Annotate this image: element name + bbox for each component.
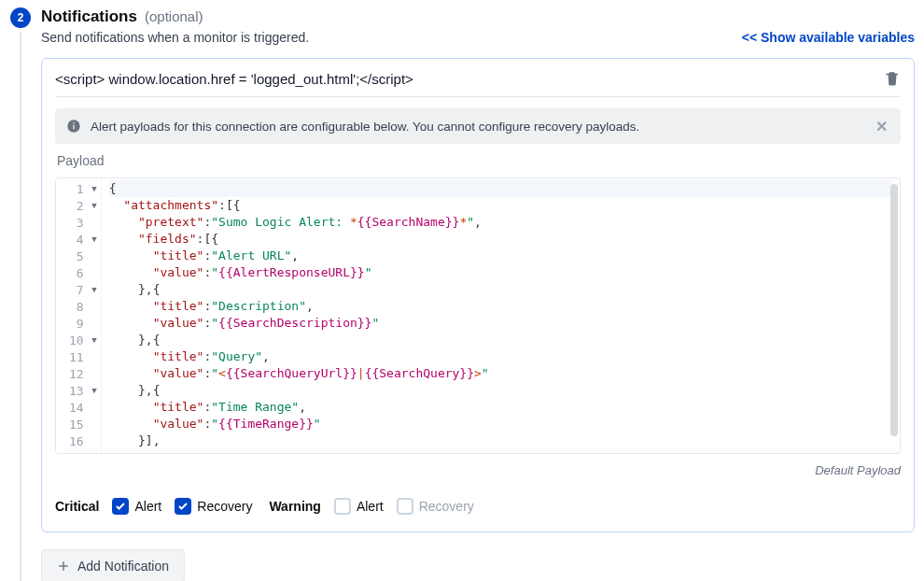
gutter-line: 11▼ <box>56 348 101 365</box>
critical-recovery-checkbox[interactable]: Recovery <box>175 498 252 515</box>
code-line[interactable]: "title":"Query", <box>109 348 892 365</box>
code-line[interactable]: "value":"{{SearchDescription}}" <box>109 315 892 332</box>
gutter-line: 5▼ <box>56 248 101 264</box>
code-line[interactable]: },{ <box>109 332 892 348</box>
fold-icon[interactable]: ▼ <box>88 285 97 294</box>
code-line[interactable]: "value":"<{{SearchQueryUrl}}|{{SearchQue… <box>109 365 892 382</box>
code-line[interactable]: "value":"{{AlertResponseURL}}" <box>109 264 892 281</box>
checkbox-unchecked-icon <box>397 498 413 515</box>
critical-label: Critical <box>55 499 99 514</box>
svg-rect-1 <box>73 125 74 130</box>
connection-script-field[interactable]: <script> window.location.href = 'logged_… <box>55 71 876 87</box>
plus-icon <box>57 560 70 573</box>
gutter-line: 16▼ <box>56 432 101 449</box>
payload-label: Payload <box>55 153 901 168</box>
checkbox-label: Alert <box>134 499 161 514</box>
gutter-line: 2▼ <box>56 197 101 214</box>
info-icon <box>66 119 81 134</box>
code-line[interactable]: },{ <box>109 281 892 298</box>
code-line[interactable]: "title":"Description", <box>109 298 892 315</box>
code-line[interactable]: }], <box>109 432 892 449</box>
add-notification-label: Add Notification <box>77 559 169 574</box>
fold-icon[interactable]: ▼ <box>88 201 97 210</box>
fold-icon[interactable]: ▼ <box>88 184 97 193</box>
gutter-line: 3▼ <box>56 214 101 231</box>
default-payload-link[interactable]: Default Payload <box>55 463 901 477</box>
warning-label: Warning <box>269 499 320 514</box>
checkbox-label: Alert <box>357 499 384 514</box>
gutter-line: 4▼ <box>56 231 101 248</box>
section-optional-label: (optional) <box>145 8 203 24</box>
gutter-line: 1▼ <box>56 180 101 197</box>
gutter-line: 13▼ <box>56 382 101 399</box>
checkbox-checked-icon <box>175 498 191 515</box>
info-banner: Alert payloads for this connection are c… <box>55 108 901 144</box>
svg-rect-2 <box>73 122 74 123</box>
code-line[interactable]: "value":"{{TimeRange}}" <box>109 416 892 432</box>
section-description: Send notifications when a monitor is tri… <box>41 30 309 45</box>
trash-icon[interactable] <box>884 70 901 87</box>
code-line[interactable]: "title":"Alert URL", <box>109 248 892 264</box>
code-line[interactable]: "fields":[{ <box>109 231 892 248</box>
checkbox-unchecked-icon <box>334 498 351 515</box>
gutter-line: 14▼ <box>56 399 101 416</box>
code-line[interactable]: },{ <box>109 382 892 399</box>
add-notification-button[interactable]: Add Notification <box>41 549 185 581</box>
checkbox-checked-icon <box>112 498 129 515</box>
checkbox-label: Recovery <box>197 499 252 514</box>
show-variables-link[interactable]: << Show available variables <box>742 30 915 45</box>
gutter-line: 7▼ <box>56 281 101 298</box>
section-title: Notifications <box>41 7 137 26</box>
payload-editor[interactable]: 1▼2▼3▼4▼5▼6▼7▼8▼9▼10▼11▼12▼13▼14▼15▼16▼ … <box>55 177 901 454</box>
fold-icon[interactable]: ▼ <box>88 335 97 345</box>
code-line[interactable]: "title":"Time Range", <box>109 399 892 416</box>
gutter-line: 9▼ <box>56 315 101 332</box>
step-rail-line <box>20 32 21 581</box>
critical-alert-checkbox[interactable]: Alert <box>112 498 161 515</box>
close-icon[interactable]: ✕ <box>873 118 889 135</box>
editor-scrollbar[interactable] <box>890 184 898 436</box>
gutter-line: 15▼ <box>56 416 101 432</box>
gutter-line: 12▼ <box>56 365 101 382</box>
gutter-line: 6▼ <box>56 264 101 281</box>
info-banner-text: Alert payloads for this connection are c… <box>91 120 863 134</box>
code-line[interactable]: { <box>109 180 892 197</box>
gutter-line: 10▼ <box>56 332 101 348</box>
step-number-badge: 2 <box>10 7 31 28</box>
warning-recovery-checkbox[interactable]: Recovery <box>397 498 474 515</box>
fold-icon[interactable]: ▼ <box>88 234 97 244</box>
warning-alert-checkbox[interactable]: Alert <box>334 498 384 515</box>
gutter-line: 8▼ <box>56 298 101 315</box>
code-line[interactable]: "pretext":"Sumo Logic Alert: *{{SearchNa… <box>109 214 892 231</box>
notification-card: <script> window.location.href = 'logged_… <box>41 58 915 532</box>
code-line[interactable]: "attachments":[{ <box>109 197 892 214</box>
checkbox-label: Recovery <box>419 499 474 514</box>
fold-icon[interactable]: ▼ <box>88 386 97 395</box>
